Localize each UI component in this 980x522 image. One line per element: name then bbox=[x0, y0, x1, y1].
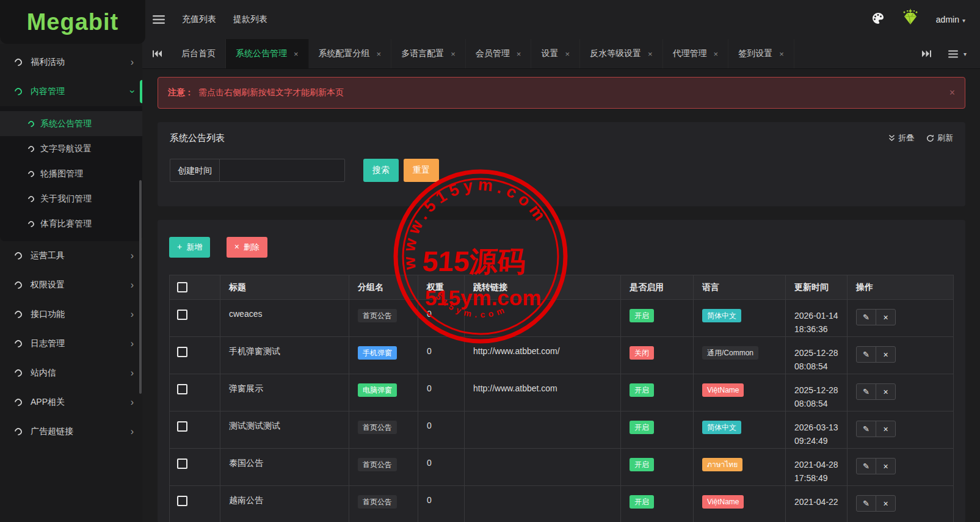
app-window: 充值列表 提款列表 admin▾ Megabit bbox=[0, 0, 980, 522]
column-header: 更新时间 bbox=[786, 275, 848, 300]
tabs-menu-icon[interactable]: ▾ bbox=[948, 50, 967, 58]
delete-row-button[interactable]: × bbox=[876, 495, 896, 512]
edit-button[interactable]: ✎ bbox=[856, 421, 876, 437]
delete-row-button[interactable]: × bbox=[876, 346, 896, 363]
lang-badge: 通用/Common bbox=[702, 346, 758, 360]
row-checkbox[interactable] bbox=[177, 347, 187, 357]
tabs-scroll-right-icon[interactable] bbox=[922, 50, 931, 57]
row-checkbox[interactable] bbox=[177, 384, 187, 394]
ring-icon bbox=[13, 57, 24, 68]
tab-close-icon[interactable]: × bbox=[377, 49, 382, 59]
tab-close-icon[interactable]: × bbox=[451, 49, 456, 59]
edit-button[interactable]: ✎ bbox=[856, 458, 876, 474]
cell-enabled: 开启 bbox=[621, 486, 694, 522]
cell-lang: ภาษาไทย bbox=[694, 449, 786, 486]
reset-button[interactable]: 重置 bbox=[404, 159, 439, 182]
nav-withdraw-list[interactable]: 提款列表 bbox=[233, 14, 267, 25]
double-chevron-down-icon bbox=[888, 134, 895, 142]
tab-5[interactable]: 设置× bbox=[531, 39, 580, 68]
sidebar-item[interactable]: 接口功能› bbox=[0, 300, 142, 329]
delete-row-button[interactable]: × bbox=[876, 458, 896, 474]
tab-6[interactable]: 反水等级设置× bbox=[580, 39, 663, 68]
column-header: 分组名 bbox=[349, 275, 418, 300]
sidebar-submenu: 系统公告管理文字导航设置轮播图管理关于我们管理体育比赛管理 bbox=[0, 106, 142, 241]
tab-label: 多语言配置 bbox=[401, 48, 444, 59]
tab-close-icon[interactable]: × bbox=[294, 49, 299, 59]
sidebar-item[interactable]: 日志管理› bbox=[0, 329, 142, 358]
row-checkbox[interactable] bbox=[177, 496, 187, 506]
cell-ops: ✎× bbox=[848, 300, 954, 337]
tab-8[interactable]: 签到设置× bbox=[728, 39, 794, 68]
ring-icon bbox=[27, 194, 35, 203]
cell-title: 手机弹窗测试 bbox=[220, 337, 349, 374]
row-checkbox[interactable] bbox=[177, 459, 187, 469]
row-checkbox[interactable] bbox=[177, 310, 187, 320]
sidebar-item[interactable]: 福利活动› bbox=[0, 48, 142, 77]
edit-button[interactable]: ✎ bbox=[856, 346, 876, 363]
sidebar-item[interactable]: 内容管理› bbox=[0, 77, 142, 106]
tab-2[interactable]: 系统配置分组× bbox=[309, 39, 392, 68]
sidebar-toggle-hamburger-icon[interactable] bbox=[153, 15, 165, 24]
search-button[interactable]: 搜索 bbox=[363, 159, 399, 182]
sidebar-item[interactable]: 站内信› bbox=[0, 358, 142, 388]
sidebar-item[interactable]: 权限设置› bbox=[0, 270, 142, 300]
row-checkbox[interactable] bbox=[177, 421, 187, 432]
cell-updated: 2021-04-22 bbox=[786, 486, 848, 522]
column-header: 是否启用 bbox=[621, 275, 694, 300]
select-all-checkbox[interactable] bbox=[177, 282, 187, 292]
content-area: 注意： 需点击右侧刷新按钮文字才能刷新本页 × 系统公告列表 折叠 刷新 bbox=[142, 68, 980, 522]
tab-close-icon[interactable]: × bbox=[648, 49, 653, 59]
tab-close-icon[interactable]: × bbox=[565, 49, 570, 59]
lang-badge: ภาษาไทย bbox=[702, 458, 742, 471]
cell-group: 首页公告 bbox=[349, 486, 418, 522]
sidebar-subitem-label: 系统公告管理 bbox=[40, 118, 92, 129]
cell-group: 首页公告 bbox=[349, 300, 418, 337]
edit-button[interactable]: ✎ bbox=[856, 309, 876, 325]
theme-palette-icon[interactable] bbox=[871, 12, 885, 27]
sidebar-subitem[interactable]: 体育比赛管理 bbox=[0, 211, 142, 236]
status-badge: 开启 bbox=[630, 309, 654, 322]
sidebar-subitem[interactable]: 关于我们管理 bbox=[0, 186, 142, 211]
delete-row-button[interactable]: × bbox=[876, 421, 896, 437]
tab-close-icon[interactable]: × bbox=[714, 49, 719, 59]
x-icon: × bbox=[234, 242, 239, 252]
delete-button[interactable]: ×删除 bbox=[227, 237, 267, 258]
sidebar-item[interactable]: 广告超链接› bbox=[0, 417, 142, 446]
sidebar-item[interactable]: APP相关› bbox=[0, 388, 142, 417]
refresh-button[interactable]: 刷新 bbox=[926, 132, 953, 143]
collapse-button[interactable]: 折叠 bbox=[888, 132, 914, 143]
tab-0[interactable]: 后台首页 bbox=[172, 39, 226, 68]
avatar-gem-icon[interactable] bbox=[899, 9, 921, 31]
cell-title: 弹窗展示 bbox=[220, 374, 349, 411]
sidebar-scrollbar[interactable] bbox=[139, 180, 142, 394]
create-time-input[interactable] bbox=[219, 159, 345, 182]
edit-button[interactable]: ✎ bbox=[856, 495, 876, 512]
tabs-scroll-left-icon[interactable] bbox=[142, 39, 172, 68]
tab-close-icon[interactable]: × bbox=[779, 49, 784, 59]
tab-4[interactable]: 会员管理× bbox=[466, 39, 532, 68]
sidebar-subitem[interactable]: 轮播图管理 bbox=[0, 161, 142, 186]
alert-close-icon[interactable]: × bbox=[949, 87, 955, 98]
edit-button[interactable]: ✎ bbox=[856, 383, 876, 400]
nav-recharge-list[interactable]: 充值列表 bbox=[182, 14, 216, 25]
tab-1[interactable]: 系统公告管理× bbox=[226, 39, 309, 68]
sidebar-subitem[interactable]: 系统公告管理 bbox=[0, 111, 142, 136]
tab-3[interactable]: 多语言配置× bbox=[391, 39, 466, 68]
user-menu[interactable]: admin▾ bbox=[936, 14, 965, 25]
sidebar-subitem-label: 轮播图管理 bbox=[40, 169, 83, 179]
lang-badge: 简体中文 bbox=[702, 309, 741, 322]
tab-label: 反水等级设置 bbox=[590, 48, 641, 59]
tab-7[interactable]: 代理管理× bbox=[663, 39, 729, 68]
status-badge: 开启 bbox=[630, 383, 654, 397]
sidebar-subitem[interactable]: 文字导航设置 bbox=[0, 136, 142, 161]
add-button[interactable]: +新增 bbox=[169, 237, 210, 258]
ring-icon bbox=[27, 119, 35, 128]
tab-label: 系统公告管理 bbox=[236, 48, 287, 59]
tab-label: 系统配置分组 bbox=[319, 48, 370, 59]
tab-close-icon[interactable]: × bbox=[517, 49, 521, 59]
cell-ops: ✎× bbox=[848, 374, 954, 411]
cell-weight: 0 bbox=[418, 486, 465, 522]
sidebar-item[interactable]: 运营工具› bbox=[0, 241, 142, 270]
delete-row-button[interactable]: × bbox=[876, 383, 896, 400]
delete-row-button[interactable]: × bbox=[876, 309, 896, 325]
